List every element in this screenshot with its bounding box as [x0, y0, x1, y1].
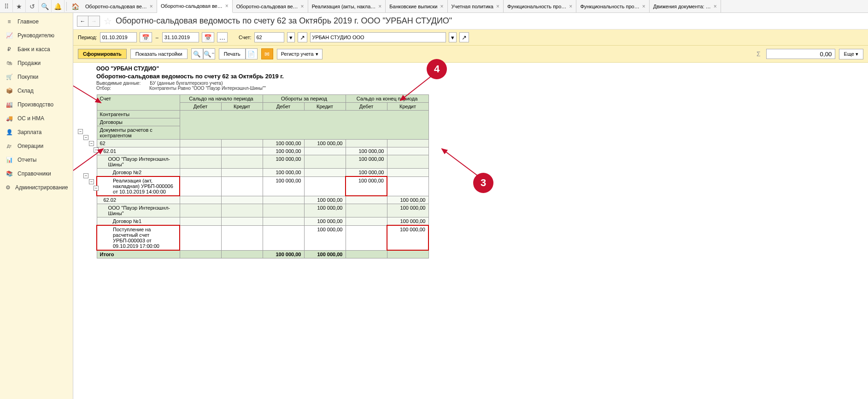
chevron-down-icon: ▾: [316, 51, 318, 57]
tree-toggle[interactable]: −: [94, 147, 99, 153]
account-dropdown-button[interactable]: ▾: [287, 32, 295, 42]
tab-0[interactable]: Оборотно-сальдовая ве…×: [82, 0, 157, 13]
total-label: Итого: [97, 250, 180, 258]
table-row[interactable]: 62.02100 000,00100 000,00: [97, 196, 428, 204]
col-debit-1: Дебет: [180, 103, 221, 111]
org-input[interactable]: [310, 32, 446, 42]
period-select-button[interactable]: …: [217, 32, 228, 42]
sum-input[interactable]: [766, 49, 835, 59]
favorite-star-icon[interactable]: ☆: [104, 16, 112, 27]
date-to-input[interactable]: [162, 32, 199, 42]
cell-d1: [180, 147, 221, 155]
account-open-button[interactable]: ↗: [298, 32, 307, 42]
email-button[interactable]: ✉: [261, 48, 273, 59]
cell-c3: [387, 169, 428, 177]
star-toolbar-icon[interactable]: ★: [13, 0, 26, 13]
nav-back-button[interactable]: ←: [77, 16, 88, 26]
table-row[interactable]: 62100 000,00100 000,00: [97, 140, 428, 147]
sidebar-item-manager[interactable]: 📈Руководителю: [0, 29, 73, 42]
sidebar-item-salary[interactable]: 👤Зарплата: [0, 125, 73, 139]
search-button[interactable]: 🔍: [191, 48, 203, 59]
sidebar-item-reports[interactable]: 📊Отчеты: [0, 153, 73, 167]
table-row[interactable]: Реализация (акт, накладная) УРБП-000006 …: [97, 176, 428, 196]
cart-icon: 🛒: [6, 74, 13, 80]
org-dropdown-button[interactable]: ▾: [449, 32, 457, 42]
date-from-input[interactable]: [100, 32, 137, 42]
cell-d1: [180, 196, 221, 204]
date-to-picker-button[interactable]: 📅: [202, 32, 214, 42]
cell-c1: [221, 147, 263, 155]
tab-close-3[interactable]: ×: [378, 3, 381, 10]
tab-6[interactable]: Функциональность про…×: [504, 0, 576, 13]
tree-toggle[interactable]: −: [94, 186, 99, 191]
tabs-bar: Оборотно-сальдовая ве…× Оборотно-сальдов…: [82, 0, 868, 13]
tree-toggle[interactable]: −: [83, 135, 88, 140]
tab-close-2[interactable]: ×: [301, 3, 304, 10]
row-label: 62.02: [97, 196, 180, 204]
print-preview-button[interactable]: 📄: [246, 48, 258, 59]
print-button[interactable]: Печать: [219, 48, 246, 59]
sidebar-item-production[interactable]: 🏭Производство: [0, 98, 73, 111]
sidebar-item-sales[interactable]: 🛍Продажи: [0, 56, 73, 70]
bell-icon[interactable]: 🔔: [52, 0, 65, 13]
tab-close-8[interactable]: ×: [714, 3, 717, 10]
col-credit-2: Кредит: [304, 103, 346, 111]
tab-close-7[interactable]: ×: [642, 3, 645, 10]
register-dropdown[interactable]: Регистр учета▾: [277, 49, 323, 59]
tab-1[interactable]: Оборотно-сальдовая ве…×: [157, 0, 233, 13]
table-row[interactable]: ООО "Пауэр Интернэшнл-Шины"100 000,00100…: [97, 155, 428, 169]
tree-toggle[interactable]: −: [89, 179, 94, 184]
sidebar-label: Производство: [18, 101, 53, 108]
tab-7[interactable]: Функциональность про…×: [576, 0, 649, 13]
sidebar-item-purchases[interactable]: 🛒Покупки: [0, 70, 73, 84]
apps-icon[interactable]: ⠿: [0, 0, 13, 13]
tab-5[interactable]: Учетная политика×: [448, 0, 504, 13]
tab-close-6[interactable]: ×: [569, 3, 572, 10]
sidebar-item-admin[interactable]: ⚙Администрирование: [0, 181, 73, 194]
tree-toggle[interactable]: −: [89, 141, 94, 146]
sidebar-item-references[interactable]: 📚Справочники: [0, 167, 73, 181]
table-row[interactable]: 62.01100 000,00100 000,00: [97, 147, 428, 155]
sidebar-item-bank[interactable]: ₽Банк и касса: [0, 42, 73, 56]
report-table: Счет Сальдо на начало периода Обороты за…: [96, 94, 429, 258]
table-row[interactable]: Поступление на расчетный счет УРБП-00000…: [97, 225, 428, 250]
sidebar-item-main[interactable]: ≡Главное: [0, 15, 73, 29]
sidebar-label: Операции: [18, 143, 43, 149]
tab-2[interactable]: Оборотно-сальдовая ве…×: [233, 0, 308, 13]
sidebar-item-warehouse[interactable]: 📦Склад: [0, 84, 73, 98]
home-icon[interactable]: 🏠: [69, 0, 82, 13]
report-area[interactable]: ООО "УРБАН СТУДИО" Оборотно-сальдовая ве…: [73, 63, 868, 399]
table-row[interactable]: Договор №1100 000,00100 000,00: [97, 217, 428, 226]
table-row[interactable]: Договор №2100 000,00100 000,00: [97, 169, 428, 177]
nav-forward-button[interactable]: →: [88, 16, 100, 26]
person-icon: 👤: [6, 129, 13, 135]
sidebar-item-assets[interactable]: 🚚ОС и НМА: [0, 111, 73, 125]
account-input[interactable]: [254, 32, 284, 42]
tab-4[interactable]: Банковские выписки×: [386, 0, 447, 13]
cell-d2: [263, 204, 304, 217]
search-toolbar-icon[interactable]: 🔍: [39, 0, 52, 13]
tab-close-1[interactable]: ×: [225, 3, 229, 9]
show-settings-button[interactable]: Показать настройки: [130, 49, 188, 59]
sidebar-label: Администрирование: [15, 184, 68, 191]
tree-toggle[interactable]: −: [83, 173, 88, 178]
generate-button[interactable]: Сформировать: [78, 49, 127, 59]
date-from-picker-button[interactable]: 📅: [140, 32, 152, 42]
org-open-button[interactable]: ↗: [459, 32, 469, 42]
cell-c1: [221, 204, 263, 217]
tree-toggle[interactable]: −: [78, 129, 83, 134]
cell-c2: 100 000,00: [304, 217, 346, 226]
tab-8[interactable]: Движения документа: …×: [650, 0, 721, 13]
history-icon[interactable]: ↺: [26, 0, 39, 13]
cell-c3: 100 000,00: [387, 204, 428, 217]
search-clear-button[interactable]: 🔍⁻: [203, 48, 215, 59]
box-icon: 📦: [6, 88, 13, 94]
tab-3[interactable]: Реализация (акты, накла…×: [308, 0, 386, 13]
tab-close-5[interactable]: ×: [496, 3, 499, 10]
sidebar-item-operations[interactable]: ДтОперации: [0, 139, 73, 153]
table-row[interactable]: ООО "Пауэр Интернэшнл-Шины"100 000,00100…: [97, 204, 428, 217]
tab-close-0[interactable]: ×: [150, 3, 153, 10]
tab-close-4[interactable]: ×: [440, 3, 443, 10]
cell-c2: 100 000,00: [304, 196, 346, 204]
more-button[interactable]: Еще ▾: [839, 49, 863, 59]
